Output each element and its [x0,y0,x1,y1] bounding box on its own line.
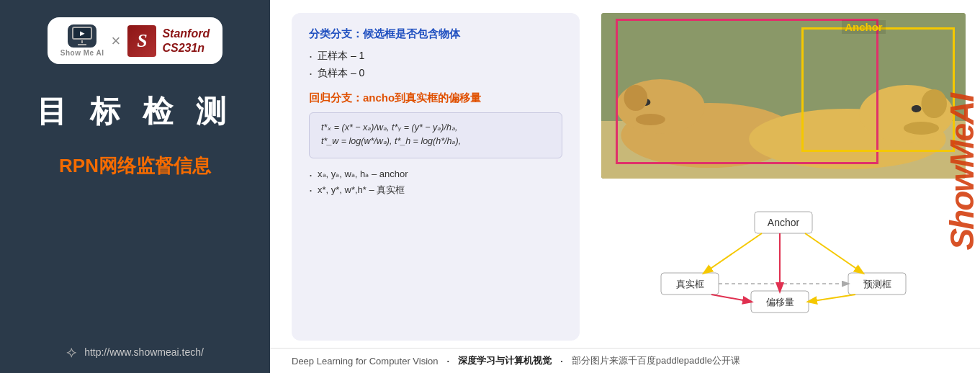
footer-dot-2: · [560,356,563,367]
formula-box: t*ₓ = (x* − xₐ)/wₐ, t*ᵧ = (y* − yₐ)/hₐ, … [309,112,562,158]
page-subtitle: RPN网络监督信息 [59,153,211,179]
sidebar-footer: ⟡ http://www.showmeai.tech/ [66,334,204,361]
showmeai-icon-box: ▶ [68,24,96,48]
list-item-positive: 正样本 – 1 [309,50,562,63]
formula-text-2: t*_w = log(w*/wₐ), t*_h = log(h*/hₐ), [321,135,461,146]
stanford-name: Stanford [162,27,210,40]
link-icon: ⟡ [66,343,77,361]
list-item-negative: 负样本 – 0 [309,67,562,80]
svg-line-24 [809,295,855,302]
classification-list: 正样本 – 1 负样本 – 0 [309,50,562,80]
showmeai-label: Show Me AI [60,49,104,57]
svg-text:偏移量: 偏移量 [766,297,794,307]
stanford-logo: S Stanford CS231n [127,25,210,57]
diagram-area: Anchor 真实框 预测框 偏移量 [601,190,966,341]
sidebar: ▶ Show Me AI × S Stanford CS231n 目 标 检 测… [0,0,270,373]
formula-line-2: t*_w = log(w*/wₐ), t*_h = log(h*/hₐ), [321,135,550,146]
regression-title: 回归分支：ancho到真实框的偏移量 [309,91,562,105]
footer-text-cn: 深度学习与计算机视觉 [458,354,552,367]
svg-line-20 [704,233,762,273]
logo-area: ▶ Show Me AI × S Stanford CS231n [48,17,222,64]
showmeai-logo: ▶ Show Me AI [60,24,104,57]
visual-section: Anchor Anchor 真实框 预测框 偏移量 [601,13,966,341]
play-icon: ▶ [80,30,84,37]
content-area: 分类分支：候选框是否包含物体 正样本 – 1 负样本 – 0 回归分支：anch… [270,0,980,348]
footer-bar: Deep Learning for Computer Vision · 深度学习… [270,348,980,373]
formula-text-1: t*ₓ = (x* − xₐ)/wₐ, t*ᵧ = (y* − yₐ)/hₐ, [321,122,457,132]
anno-item-anchor: xₐ, yₐ, wₐ, hₐ – anchor [309,168,562,179]
anchor-box-yellow [801,27,955,152]
anno-item-realbox: x*, y*, w*,h* – 真实框 [309,184,562,197]
svg-line-21 [805,233,863,273]
stanford-course: CS231n [162,41,210,55]
classification-title: 分类分支：候选框是否包含物体 [309,27,562,41]
logo-stand [81,40,83,43]
footer-url: http://www.showmeai.tech/ [84,346,204,358]
stanford-text: Stanford CS231n [162,27,210,54]
text-section: 分类分支：候选框是否包含物体 正样本 – 1 负样本 – 0 回归分支：anch… [292,13,580,341]
anchor-label-image: Anchor [842,20,886,34]
cross-symbol: × [112,32,121,50]
logo-screen: ▶ [72,27,92,40]
watermark-text: ShowMeAI [944,94,980,251]
footer-text-source: 部分图片来源千百度paddlepaddle公开课 [572,354,740,367]
svg-text:Anchor: Anchor [768,217,800,228]
main-content: 分类分支：候选框是否包含物体 正样本 – 1 负样本 – 0 回归分支：anch… [270,0,980,373]
footer-dot-1: · [447,356,450,367]
logo-base [78,44,86,45]
svg-text:预测框: 预测框 [863,279,891,289]
watermark: ShowMeAI [944,7,980,337]
formula-line-1: t*ₓ = (x* − xₐ)/wₐ, t*ᵧ = (y* − yₐ)/hₐ, [321,122,550,132]
stanford-s-icon: S [127,25,156,57]
footer-text-en: Deep Learning for Computer Vision [292,356,439,367]
page-title: 目 标 检 测 [37,91,233,132]
svg-text:真实框: 真实框 [676,279,704,289]
annotation-list: xₐ, yₐ, wₐ, hₐ – anchor x*, y*, w*,h* – … [309,168,562,197]
svg-line-23 [711,295,751,302]
dog-image: Anchor [601,13,966,179]
diagram-svg: Anchor 真实框 预测框 偏移量 [601,208,966,323]
